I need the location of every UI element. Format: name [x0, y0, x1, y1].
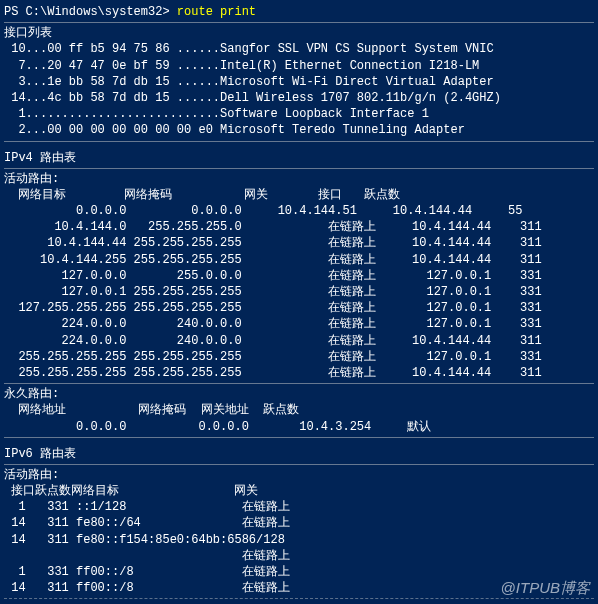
divider — [4, 22, 594, 23]
ipv4-header: IPv4 路由表 — [4, 150, 594, 166]
ipv4-route-row: 127.0.0.0 255.0.0.0 在链路上 127.0.0.1 331 — [4, 268, 594, 284]
ipv4-route-row: 127.0.0.1 255.255.255.255 在链路上 127.0.0.1… — [4, 284, 594, 300]
persistent-row: 0.0.0.0 0.0.0.0 10.4.3.254 默认 — [4, 419, 594, 435]
watermark: @ITPUB博客 — [501, 578, 590, 598]
ipv4-route-row: 255.255.255.255 255.255.255.255 在链路上 10.… — [4, 365, 594, 381]
persistent-routes-label: 永久路由: — [4, 386, 594, 402]
ipv4-route-row: 224.0.0.0 240.0.0.0 在链路上 127.0.0.1 331 — [4, 316, 594, 332]
active-routes-label: 活动路由: — [4, 171, 594, 187]
prompt-line: PS C:\Windows\system32> route print — [4, 4, 594, 20]
prompt-path: PS C:\Windows\system32> — [4, 5, 177, 19]
interface-line: 3...1e bb 58 7d db 15 ......Microsoft Wi… — [4, 74, 594, 90]
ipv4-route-row: 255.255.255.255 255.255.255.255 在链路上 127… — [4, 349, 594, 365]
interface-line: 10...00 ff b5 94 75 86 ......Sangfor SSL… — [4, 41, 594, 57]
ipv4-route-row: 10.4.144.44 255.255.255.255 在链路上 10.4.14… — [4, 235, 594, 251]
ipv4-columns: 网络目标 网络掩码 网关 接口 跃点数 — [4, 187, 594, 203]
persistent-columns: 网络地址 网络掩码 网关地址 跃点数 — [4, 402, 594, 418]
interface-line: 14...4c bb 58 7d db 15 ......Dell Wirele… — [4, 90, 594, 106]
divider — [4, 141, 594, 142]
ipv4-route-row: 10.4.144.255 255.255.255.255 在链路上 10.4.1… — [4, 252, 594, 268]
command-token-1: route — [177, 5, 220, 19]
divider-dashed — [4, 598, 594, 599]
ipv6-route-row: 14 311 fe80::/64 在链路上 — [4, 515, 594, 531]
interface-list-header: 接口列表 — [4, 25, 594, 41]
ipv6-header: IPv6 路由表 — [4, 446, 594, 462]
interface-line: 7...20 47 47 0e bf 59 ......Intel(R) Eth… — [4, 58, 594, 74]
divider — [4, 464, 594, 465]
ipv6-route-row: 在链路上 — [4, 548, 594, 564]
ipv6-route-row: 1 331 ::1/128 在链路上 — [4, 499, 594, 515]
ipv4-route-row: 10.4.144.0 255.255.255.0 在链路上 10.4.144.4… — [4, 219, 594, 235]
terminal-output[interactable]: PS C:\Windows\system32> route print 接口列表… — [0, 0, 598, 604]
interface-line: 2...00 00 00 00 00 00 00 e0 Microsoft Te… — [4, 122, 594, 138]
ipv6-route-row: 14 311 fe80::f154:85e0:64bb:6586/128 — [4, 532, 594, 548]
ipv4-route-row: 127.255.255.255 255.255.255.255 在链路上 127… — [4, 300, 594, 316]
interface-line: 1...........................Software Loo… — [4, 106, 594, 122]
ipv4-route-row: 0.0.0.0 0.0.0.0 10.4.144.51 10.4.144.44 … — [4, 203, 594, 219]
divider — [4, 437, 594, 438]
command-token-2: print — [220, 5, 256, 19]
active-routes-label-v6: 活动路由: — [4, 467, 594, 483]
divider — [4, 383, 594, 384]
ipv4-route-row: 224.0.0.0 240.0.0.0 在链路上 10.4.144.44 311 — [4, 333, 594, 349]
divider — [4, 168, 594, 169]
ipv6-columns: 接口跃点数网络目标 网关 — [4, 483, 594, 499]
